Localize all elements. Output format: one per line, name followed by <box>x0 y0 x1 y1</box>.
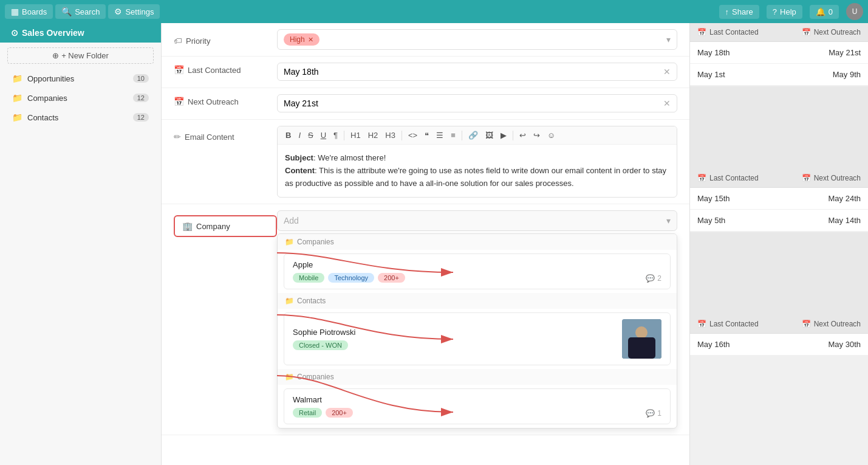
email-content-label-text: Email Content <box>185 133 234 142</box>
calendar-icon: 📅 <box>697 28 706 36</box>
date-2-1-1: May 15th <box>697 194 829 203</box>
next-outreach-date: May 21st <box>284 98 318 108</box>
bullet-list-button[interactable]: ☰ <box>433 129 446 142</box>
apple-comments: 💬 2 <box>646 274 661 283</box>
boards-button[interactable]: ▦ Boards <box>5 4 53 19</box>
priority-select-inner: High ✕ <box>284 33 320 46</box>
email-editor[interactable]: B I S U ¶ H1 H2 H3 <> ❝ ☰ <box>277 126 677 198</box>
right-section-header-3: 📅 Last Contacted 📅 Next Outreach <box>690 315 868 334</box>
company-value: Add ▾ 📁 Companies Apple <box>277 210 677 429</box>
toolbar-divider4 <box>513 131 513 140</box>
bold-button[interactable]: B <box>282 129 294 142</box>
settings-button[interactable]: ⚙ Settings <box>108 4 160 19</box>
col1-label-3: Last Contacted <box>709 320 759 328</box>
sophie-tags: Closed - WON <box>293 340 622 350</box>
right-section-2: 📅 Last Contacted 📅 Next Outreach May 15t… <box>690 169 868 231</box>
comment-icon: 💬 <box>646 409 655 418</box>
last-contacted-field-row: 📅 Last Contacted May 18th ✕ <box>162 57 689 88</box>
sidebar-item-companies[interactable]: 📁 Companies 12 <box>4 89 157 107</box>
tag-closed-won: Closed - WON <box>293 340 348 350</box>
search-label: Search <box>75 7 100 16</box>
right-row-3-1: May 16th May 30th <box>690 334 868 355</box>
last-contacted-clear[interactable]: ✕ <box>663 67 671 77</box>
code-button[interactable]: <> <box>405 129 420 142</box>
right-section-header-1: 📅 Last Contacted 📅 Next Outreach <box>690 23 868 42</box>
edit-icon: ✏ <box>174 132 181 142</box>
right-section-1: 📅 Last Contacted 📅 Next Outreach May 18t… <box>690 23 868 85</box>
search-button[interactable]: 🔍 Search <box>55 4 106 19</box>
priority-tag-clear[interactable]: ✕ <box>308 36 313 44</box>
sophie-card[interactable]: Sophie Piotrowski Closed - WON <box>284 312 671 365</box>
toolbar-divider3 <box>462 131 462 140</box>
ordered-list-button[interactable]: ≡ <box>448 129 459 142</box>
add-company-select[interactable]: Add ▾ <box>277 210 677 231</box>
emoji-button[interactable]: ☺ <box>544 129 558 142</box>
companies-label-2: Companies <box>297 373 334 381</box>
blockquote-button[interactable]: ❝ <box>422 129 432 142</box>
next-outreach-select[interactable]: May 21st ✕ <box>277 94 677 112</box>
avatar[interactable]: U <box>846 3 863 20</box>
share-button[interactable]: ↑ Share <box>719 5 759 19</box>
editor-body[interactable]: Subject: We're almost there! Content: Th… <box>278 145 677 197</box>
search-icon: 🔍 <box>61 7 72 16</box>
notifications-button[interactable]: 🔔 0 <box>810 5 839 19</box>
paragraph-button[interactable]: ¶ <box>330 129 341 142</box>
bell-icon: 🔔 <box>816 7 825 16</box>
image-button[interactable]: 🖼 <box>482 129 496 142</box>
next-outreach-clear[interactable]: ✕ <box>663 98 671 108</box>
tag-200plus: 200+ <box>378 273 405 283</box>
calendar-icon: 📅 <box>802 28 811 36</box>
apple-name: Apple <box>293 260 661 269</box>
undo-button[interactable]: ↩ <box>516 129 529 142</box>
app-layout: ⊙ Sales Overview ⊕ + New Folder 📁 Opport… <box>0 23 868 465</box>
section-gap-1 <box>690 86 868 91</box>
new-folder-button[interactable]: ⊕ + New Folder <box>7 47 154 64</box>
next-outreach-label-text: Next Outreach <box>188 97 239 106</box>
apple-comment-count: 2 <box>657 274 661 283</box>
help-label: Help <box>780 7 796 16</box>
email-content-label: ✏ Email Content <box>174 126 277 142</box>
sidebar-header: ⊙ Sales Overview <box>0 23 161 43</box>
right-row-2-1: May 15th May 24th <box>690 188 868 210</box>
add-placeholder: Add <box>284 216 299 226</box>
calendar-icon: 📅 <box>697 174 706 182</box>
h2-button[interactable]: H2 <box>365 129 381 142</box>
settings-icon: ⚙ <box>114 7 122 16</box>
redo-button[interactable]: ↪ <box>530 129 543 142</box>
strikethrough-button[interactable]: S <box>305 129 316 142</box>
h1-button[interactable]: H1 <box>347 129 364 142</box>
folder-icon: 📁 <box>12 93 22 103</box>
svg-rect-3 <box>628 337 655 359</box>
section-gap-4 <box>690 310 868 315</box>
comment-icon: 💬 <box>646 274 655 283</box>
calendar-icon: 📅 <box>802 320 811 328</box>
company-label-text: Company <box>196 222 230 231</box>
underline-button[interactable]: U <box>318 129 329 142</box>
subject-text: : We're almost there! <box>313 153 386 162</box>
email-content-field-row: ✏ Email Content B I S U ¶ H1 H2 <box>162 120 689 204</box>
sidebar-badge: 12 <box>133 94 149 102</box>
tag-retail: Retail <box>293 408 322 418</box>
last-contacted-select[interactable]: May 18th ✕ <box>277 63 677 81</box>
priority-select[interactable]: High ✕ ▾ <box>277 29 677 50</box>
media-button[interactable]: ▶ <box>497 129 510 142</box>
folder-icon: 📁 <box>285 297 294 305</box>
help-button[interactable]: ? Help <box>767 5 802 19</box>
last-contacted-label: 📅 Last Contacted <box>174 63 277 75</box>
walmart-card[interactable]: Walmart Retail 200+ 💬 1 <box>284 388 671 424</box>
col1-label-1: Last Contacted <box>709 28 759 36</box>
sophie-info: Sophie Piotrowski Closed - WON <box>293 328 622 350</box>
sidebar-item-contacts[interactable]: 📁 Contacts 12 <box>4 108 157 126</box>
right-row-1-1: May 18th May 21st <box>690 42 868 64</box>
sidebar-page-icon: ⊙ <box>11 28 18 38</box>
h3-button[interactable]: H3 <box>382 129 398 142</box>
italic-button[interactable]: I <box>295 129 304 142</box>
sidebar-item-label: Opportunities <box>27 74 74 83</box>
nav-left: ▦ Boards 🔍 Search ⚙ Settings <box>5 4 160 19</box>
sidebar-item-left: 📁 Companies <box>12 93 67 103</box>
plus-icon: ⊕ <box>52 51 59 60</box>
boards-icon: ▦ <box>11 7 19 16</box>
apple-card[interactable]: Apple Mobile Technology 200+ 💬 2 <box>284 253 671 289</box>
link-button[interactable]: 🔗 <box>465 129 481 142</box>
sidebar-item-opportunities[interactable]: 📁 Opportunities 10 <box>4 69 157 88</box>
